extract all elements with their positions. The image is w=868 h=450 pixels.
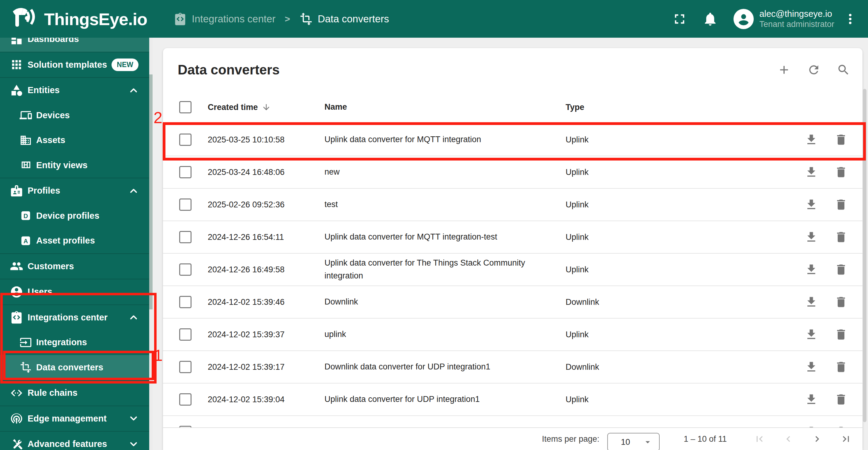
sidebar-item-rule-chains[interactable]: Rule chains — [0, 380, 153, 406]
chevron-up-icon[interactable] — [128, 312, 139, 323]
new-badge: NEW — [112, 59, 138, 71]
breadcrumb-integrations-center[interactable]: Integrations center — [174, 12, 275, 26]
table-row[interactable]: 2024-12-02 15:38:38 Downlink data conver… — [163, 416, 863, 427]
table-row[interactable]: 2024-12-26 16:49:58 Uplink data converte… — [163, 254, 863, 286]
delete-button[interactable] — [834, 230, 848, 244]
chevron-down-icon[interactable] — [128, 439, 139, 450]
table-row[interactable]: 2025-03-24 16:48:06 new Uplink — [163, 156, 863, 189]
sidebar-item-asset-profiles[interactable]: A Asset profiles — [0, 228, 153, 253]
sidebar-item-integrations-center[interactable]: Integrations center — [0, 304, 153, 330]
sidebar-item-dashboards[interactable]: Dashboards — [0, 38, 153, 52]
column-header-type[interactable]: Type — [566, 103, 782, 112]
more-menu-button[interactable] — [843, 11, 857, 27]
notifications-button[interactable] — [702, 11, 718, 27]
row-checkbox[interactable] — [179, 198, 191, 211]
sidebar-item-profiles[interactable]: Profiles — [0, 178, 153, 203]
cell-name: new — [324, 166, 566, 179]
chevron-up-icon[interactable] — [128, 185, 139, 196]
delete-button[interactable] — [834, 165, 848, 179]
next-page-button[interactable] — [811, 433, 823, 445]
download-button[interactable] — [805, 360, 818, 374]
download-button[interactable] — [805, 198, 818, 212]
view-quilt-icon — [20, 159, 32, 171]
rule-chain-icon — [10, 386, 23, 400]
table-body: 2025-03-25 10:10:58 Uplink data converte… — [163, 124, 863, 427]
chevron-up-icon[interactable] — [128, 85, 139, 96]
input-icon — [20, 336, 32, 349]
cell-name: Uplink data converter for MQTT integrati… — [324, 133, 566, 146]
row-checkbox[interactable] — [179, 393, 191, 406]
download-button[interactable] — [805, 295, 818, 309]
column-header-name[interactable]: Name — [324, 101, 566, 114]
page-size-select[interactable]: 10 — [607, 433, 660, 450]
row-checkbox[interactable] — [179, 231, 191, 243]
sidebar-item-customers[interactable]: Customers — [0, 253, 153, 279]
delete-button[interactable] — [834, 295, 848, 309]
sidebar-item-users[interactable]: Users — [0, 279, 153, 304]
table-row[interactable]: 2024-12-02 15:39:37 uplink Uplink — [163, 319, 863, 351]
cell-type: Uplink — [566, 265, 782, 275]
select-all-checkbox[interactable] — [179, 101, 191, 114]
search-button[interactable] — [837, 63, 850, 76]
row-checkbox[interactable] — [179, 296, 191, 308]
row-checkbox[interactable] — [179, 134, 191, 146]
delete-button[interactable] — [834, 425, 848, 427]
refresh-button[interactable] — [807, 63, 820, 76]
row-checkbox[interactable] — [179, 263, 191, 276]
previous-page-button[interactable] — [782, 433, 794, 445]
table-row[interactable]: 2024-12-02 15:39:46 Downlink Downlink — [163, 286, 863, 319]
delete-button[interactable] — [834, 133, 848, 147]
caret-down-icon — [643, 437, 653, 447]
download-button[interactable] — [805, 393, 818, 406]
sidebar-item-entity-views[interactable]: Entity views — [0, 153, 153, 178]
table-row[interactable]: 2025-02-26 09:52:36 test Uplink — [163, 189, 863, 221]
sidebar-item-integrations[interactable]: Integrations — [0, 330, 153, 355]
row-checkbox[interactable] — [179, 361, 191, 373]
pagination-range: 1 – 10 of 11 — [684, 435, 727, 444]
sidebar-item-device-profiles[interactable]: D Device profiles — [0, 203, 153, 228]
first-page-button[interactable] — [754, 433, 765, 445]
user-info[interactable]: alec@thingseye.io Tenant administrator — [759, 8, 834, 30]
sort-desc-icon[interactable] — [262, 103, 271, 112]
delete-button[interactable] — [834, 360, 848, 374]
breadcrumb-data-converters[interactable]: Data converters — [299, 12, 389, 26]
delete-button[interactable] — [834, 263, 848, 276]
sidebar-item-entities[interactable]: Entities — [0, 77, 153, 103]
download-button[interactable] — [805, 328, 818, 341]
download-button[interactable] — [805, 230, 818, 244]
download-button[interactable] — [805, 263, 818, 276]
logo-mark-icon — [12, 6, 40, 32]
download-button[interactable] — [805, 425, 818, 427]
download-button[interactable] — [805, 133, 818, 147]
delete-button[interactable] — [834, 328, 848, 341]
sidebar-item-advanced-features[interactable]: Advanced features — [0, 431, 153, 450]
sidebar-item-solution-templates[interactable]: Solution templates NEW — [0, 52, 153, 77]
window-scrollbar-thumb[interactable] — [863, 89, 866, 422]
row-checkbox[interactable] — [179, 328, 191, 341]
avatar[interactable] — [734, 9, 754, 29]
sidebar-item-devices[interactable]: Devices — [0, 103, 153, 128]
delete-button[interactable] — [834, 393, 848, 406]
annotation-label-2: 2 — [154, 108, 162, 127]
download-button[interactable] — [805, 165, 818, 179]
delete-button[interactable] — [834, 198, 848, 212]
sidebar-item-data-converters[interactable]: Data converters — [0, 355, 153, 380]
chevron-down-icon[interactable] — [128, 413, 139, 424]
sidebar-scrollbar-thumb[interactable] — [149, 74, 153, 310]
table-row[interactable]: 2024-12-02 15:39:04 Uplink data converte… — [163, 384, 863, 416]
sidebar-item-assets[interactable]: Assets — [0, 128, 153, 153]
last-page-button[interactable] — [840, 433, 852, 445]
row-checkbox[interactable] — [179, 166, 191, 178]
table-row[interactable]: 2024-12-02 15:39:17 Downlink data conver… — [163, 351, 863, 384]
table-row[interactable]: 2025-03-25 10:10:58 Uplink data converte… — [163, 124, 863, 156]
sidebar-scrollbar-track[interactable] — [149, 38, 153, 450]
sidebar-item-edge-management[interactable]: Edge management — [0, 406, 153, 431]
table-row[interactable]: 2024-12-26 16:54:11 Uplink data converte… — [163, 221, 863, 254]
letter-a-icon: A — [20, 235, 32, 247]
cell-name: Uplink data converter for UDP integratio… — [324, 393, 566, 406]
logo-text: ThingsEye.io — [44, 9, 147, 29]
column-header-created-time[interactable]: Created time — [208, 103, 324, 112]
app-logo[interactable]: ThingsEye.io — [12, 4, 147, 34]
fullscreen-button[interactable] — [672, 11, 687, 27]
add-converter-button[interactable] — [777, 63, 791, 76]
